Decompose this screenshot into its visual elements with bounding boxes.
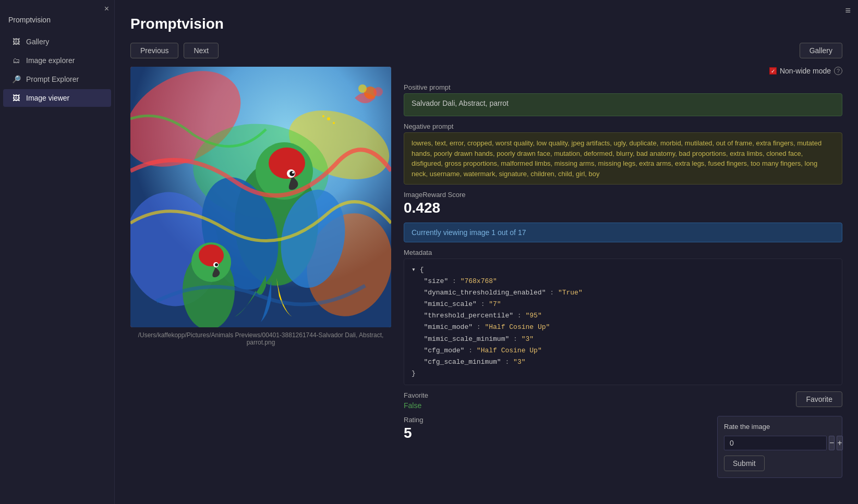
help-icon[interactable]: ? [834,67,842,75]
gallery-icon: 🖼 [11,37,21,46]
right-panel: ✓ Non-wide mode ? Positive prompt Salvad… [404,67,842,478]
image-panel: /Users/kaffekopp/Pictures/Animals Previe… [130,67,391,478]
rate-decrement-button[interactable]: − [829,436,835,450]
rate-increment-button[interactable]: + [837,436,842,450]
metadata-section: Metadata ▾ { "size" : "768x768" "dynamic… [404,249,842,385]
close-button[interactable]: × [104,4,109,14]
content-area: /Users/kaffekopp/Pictures/Animals Previe… [130,67,842,478]
parrot-svg [130,67,391,327]
sidebar-item-image-explorer[interactable]: 🗂 Image explorer [3,52,111,69]
image-path: /Users/kaffekopp/Pictures/Animals Previe… [130,331,391,346]
negative-prompt-section: Negative prompt lowres, text, error, cro… [404,122,842,185]
svg-point-20 [333,122,335,124]
sidebar-item-prompt-explorer[interactable]: 🔎 Prompt Explorer [3,70,111,88]
favorite-button[interactable]: Favorite [796,391,842,407]
svg-point-8 [269,147,305,179]
favorite-label: Favorite [404,391,428,399]
rate-image-label: Rate the image [724,423,836,431]
favorite-section: Favorite False Favorite [404,391,842,410]
page-title: Promptvision [130,16,842,32]
sidebar-title: Promptvision [0,10,114,32]
rate-input-row: − + [724,436,836,450]
previous-button[interactable]: Previous [130,43,178,58]
svg-point-16 [199,244,224,266]
gallery-button[interactable]: Gallery [800,43,842,58]
next-button[interactable]: Next [184,43,219,58]
image-viewer-icon: 🖼 [11,93,21,103]
image-reward-section: ImageReward Score 0.428 [404,191,842,216]
rating-value: 5 [404,425,424,441]
sidebar-item-label: Image explorer [26,56,75,65]
main-image [130,67,391,327]
viewing-badge: Currently viewing image 1 out of 17 [404,223,842,242]
sidebar-item-image-viewer[interactable]: 🖼 Image viewer [3,89,111,107]
svg-point-11 [292,171,294,174]
sidebar-item-label: Image viewer [26,94,69,102]
image-reward-label: ImageReward Score [404,191,842,199]
negative-prompt-value: lowres, text, error, cropped, worst qual… [404,132,842,185]
sidebar-item-gallery[interactable]: 🖼 Gallery [3,33,111,51]
image-reward-value: 0.428 [404,200,842,216]
prompt-explorer-icon: 🔎 [11,75,21,84]
svg-point-23 [358,84,367,93]
non-wide-mode-label: ✓ Non-wide mode ? [769,67,842,75]
sidebar-item-label: Prompt Explorer [26,75,79,83]
positive-prompt-value: Salvador Dali, Abstract, parrot [404,93,842,116]
rating-label: Rating [404,416,424,424]
positive-prompt-section: Positive prompt Salvador Dali, Abstract,… [404,83,842,116]
negative-prompt-label: Negative prompt [404,122,842,130]
rate-box: Rate the image − + Submit [717,416,842,478]
metadata-label: Metadata [404,249,842,256]
svg-point-10 [289,171,295,176]
favorite-value: False [404,401,428,410]
favorite-info: Favorite False [404,391,428,410]
rate-input[interactable] [724,436,827,450]
non-wide-header: ✓ Non-wide mode ? [404,67,842,75]
sidebar-item-label: Gallery [26,38,49,46]
positive-prompt-label: Positive prompt [404,83,842,91]
rating-section: Rating 5 Rate the image − + Submit [404,416,842,478]
rating-info: Rating 5 [404,416,424,441]
non-wide-checkbox[interactable]: ✓ [769,67,777,75]
nav-buttons: Previous Next Gallery [130,43,842,58]
svg-point-18 [215,263,218,266]
svg-point-19 [327,117,330,120]
sidebar: × Promptvision 🖼 Gallery 🗂 Image explore… [0,0,115,504]
hamburger-menu[interactable]: ≡ [845,5,851,16]
submit-button[interactable]: Submit [724,456,765,471]
image-explorer-icon: 🗂 [11,56,21,65]
svg-point-21 [322,115,324,117]
svg-point-24 [373,87,383,96]
metadata-box: ▾ { "size" : "768x768" "dynamic_threshol… [404,259,842,385]
main-content: Promptvision Previous Next Gallery [115,0,858,504]
